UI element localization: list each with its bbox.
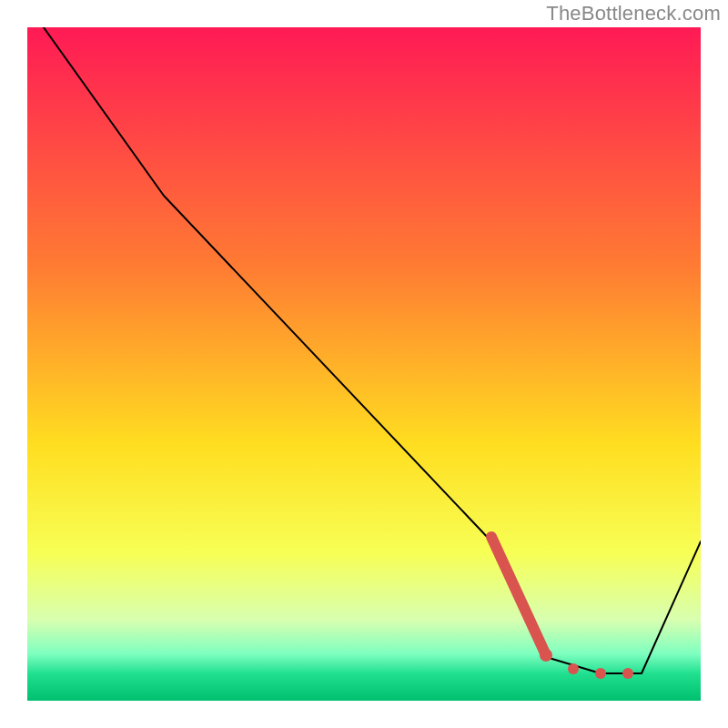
- svg-point-3: [568, 663, 579, 674]
- svg-point-4: [595, 668, 606, 679]
- bottleneck-chart: [0, 0, 728, 728]
- gradient-background: [27, 27, 701, 701]
- svg-point-2: [540, 649, 552, 662]
- chart-container: TheBottleneck.com: [0, 0, 728, 728]
- svg-point-5: [622, 668, 633, 679]
- watermark-text: TheBottleneck.com: [546, 2, 721, 25]
